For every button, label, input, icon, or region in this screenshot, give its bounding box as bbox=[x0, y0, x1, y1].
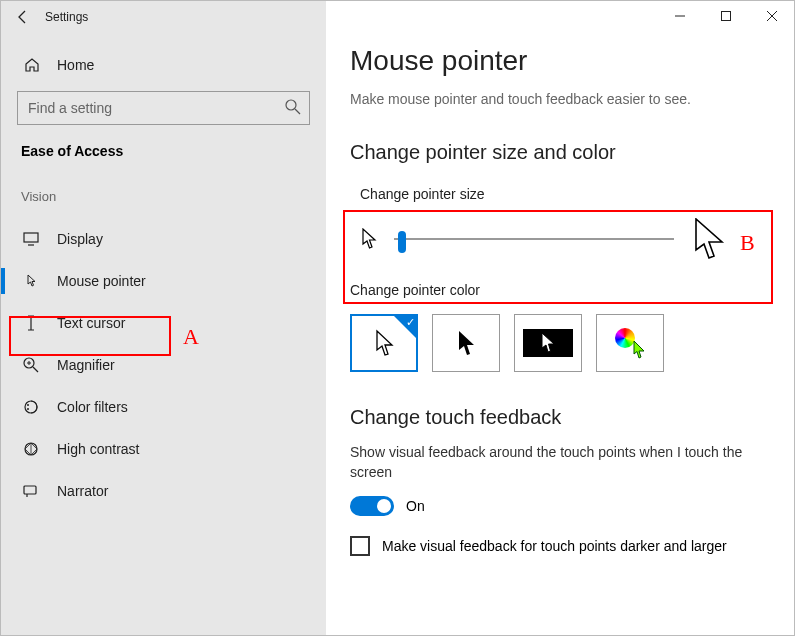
pointer-color-tiles: ✓ bbox=[350, 314, 762, 372]
window-title: Settings bbox=[45, 10, 88, 24]
cursor-large-icon bbox=[692, 218, 746, 260]
pointer-size-block: Change pointer size bbox=[350, 178, 762, 276]
search-icon bbox=[284, 98, 302, 120]
sidebar-item-label: Color filters bbox=[57, 399, 128, 415]
sidebar-item-label: Text cursor bbox=[57, 315, 125, 331]
sidebar-item-label: Magnifier bbox=[57, 357, 115, 373]
narrator-icon bbox=[21, 484, 41, 498]
search-box[interactable] bbox=[17, 91, 310, 125]
svg-rect-12 bbox=[24, 486, 36, 494]
sidebar-item-mouse-pointer[interactable]: Mouse pointer bbox=[1, 260, 326, 302]
home-label: Home bbox=[57, 57, 94, 73]
home-icon bbox=[21, 57, 43, 73]
svg-point-9 bbox=[27, 404, 29, 406]
pointer-color-white[interactable]: ✓ bbox=[350, 314, 418, 372]
window-controls bbox=[657, 0, 795, 32]
slider-thumb[interactable] bbox=[398, 231, 406, 253]
sidebar: Settings Home Ease of Access Vision bbox=[1, 1, 326, 635]
search-input[interactable] bbox=[17, 91, 310, 125]
slider-track bbox=[394, 238, 674, 240]
sidebar-item-high-contrast[interactable]: High contrast bbox=[1, 428, 326, 470]
color-filters-icon bbox=[21, 399, 41, 415]
page-title: Mouse pointer bbox=[350, 45, 762, 77]
sidebar-item-text-cursor[interactable]: Text cursor bbox=[1, 302, 326, 344]
maximize-button[interactable] bbox=[703, 0, 749, 32]
minimize-button[interactable] bbox=[657, 0, 703, 32]
text-cursor-icon bbox=[21, 315, 41, 331]
svg-rect-14 bbox=[722, 12, 731, 21]
section-touch: Change touch feedback bbox=[350, 406, 762, 429]
sidebar-item-label: High contrast bbox=[57, 441, 139, 457]
pointer-color-inverted[interactable] bbox=[514, 314, 582, 372]
sidebar-item-color-filters[interactable]: Color filters bbox=[1, 386, 326, 428]
toggle-state-label: On bbox=[406, 498, 425, 514]
magnifier-icon bbox=[21, 357, 41, 373]
sidebar-item-display[interactable]: Display bbox=[1, 218, 326, 260]
darker-larger-checkbox[interactable] bbox=[350, 536, 370, 556]
sidebar-item-magnifier[interactable]: Magnifier bbox=[1, 344, 326, 386]
selected-check-icon: ✓ bbox=[406, 316, 415, 329]
sidebar-item-label: Mouse pointer bbox=[57, 273, 146, 289]
group-label: Vision bbox=[21, 189, 310, 204]
svg-point-0 bbox=[286, 100, 296, 110]
touch-feedback-toggle[interactable] bbox=[350, 496, 394, 516]
svg-line-5 bbox=[33, 367, 38, 372]
pointer-color-label: Change pointer color bbox=[350, 282, 762, 298]
titlebar: Settings bbox=[1, 1, 326, 33]
pointer-size-label: Change pointer size bbox=[360, 186, 746, 202]
home-nav[interactable]: Home bbox=[17, 45, 310, 85]
back-button[interactable] bbox=[7, 1, 39, 33]
svg-line-1 bbox=[295, 109, 300, 114]
touch-desc: Show visual feedback around the touch po… bbox=[350, 443, 762, 482]
high-contrast-icon bbox=[21, 441, 41, 457]
pointer-size-slider[interactable] bbox=[394, 229, 674, 249]
sidebar-item-label: Display bbox=[57, 231, 103, 247]
content-area: Mouse pointer Make mouse pointer and tou… bbox=[326, 1, 794, 635]
sidebar-item-narrator[interactable]: Narrator bbox=[1, 470, 326, 512]
sidebar-item-label: Narrator bbox=[57, 483, 108, 499]
cursor-small-icon bbox=[360, 228, 382, 250]
nav-list: Display Mouse pointer Text cursor Magnif… bbox=[1, 218, 326, 512]
display-icon bbox=[21, 232, 41, 246]
svg-point-10 bbox=[27, 408, 29, 410]
pointer-icon bbox=[21, 273, 41, 289]
section-size-color: Change pointer size and color bbox=[350, 141, 762, 164]
checkbox-label: Make visual feedback for touch points da… bbox=[382, 538, 727, 554]
close-button[interactable] bbox=[749, 0, 795, 32]
category-label: Ease of Access bbox=[21, 143, 310, 159]
pointer-color-custom[interactable] bbox=[596, 314, 664, 372]
pointer-color-black[interactable] bbox=[432, 314, 500, 372]
page-subtitle: Make mouse pointer and touch feedback ea… bbox=[350, 91, 762, 107]
svg-rect-2 bbox=[24, 233, 38, 242]
